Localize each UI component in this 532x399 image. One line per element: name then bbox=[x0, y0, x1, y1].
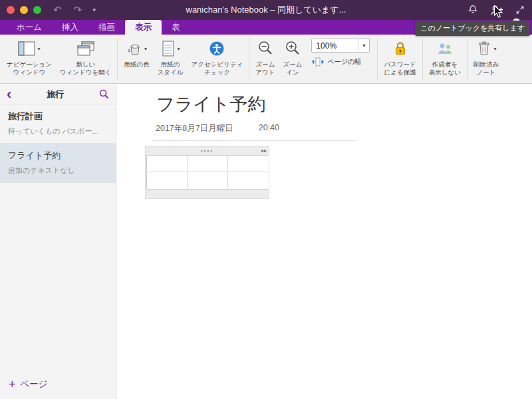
password-protect-button[interactable]: パスワード による保護 bbox=[380, 39, 420, 76]
zoom-level-value: 100% bbox=[312, 41, 358, 51]
page-meta: 2017年8月7日月曜日 20:40 bbox=[152, 123, 356, 141]
plus-icon: + bbox=[9, 380, 16, 389]
embedded-table[interactable]: •••• ◂▸ bbox=[145, 146, 269, 199]
page-list-sidebar: ‹ 旅行 旅行計画 持っていくもの パスポー... フライト予約 追加のテキスト… bbox=[0, 84, 116, 399]
ribbon-toolbar: ▾ ナビゲーション ウィンドウ 新しい ウィンドウを開く ▾ 用紙の色 ▾ 用紙… bbox=[0, 35, 532, 84]
table-drag-handle[interactable]: •••• ◂▸ bbox=[146, 147, 269, 155]
share-tooltip: このノートブックを共有します bbox=[415, 21, 530, 36]
navigation-pane-icon bbox=[18, 41, 35, 56]
section-title: 旅行 bbox=[11, 88, 99, 100]
password-lock-icon bbox=[392, 41, 408, 57]
ribbon-separator bbox=[117, 39, 118, 80]
hide-authors-label: 作成者を 表示しない bbox=[429, 61, 461, 76]
new-window-label: 新しい ウィンドウを開く bbox=[60, 61, 112, 76]
quick-access-caret-icon[interactable]: ▾ bbox=[92, 0, 96, 20]
page-date: 2017年8月7日月曜日 bbox=[156, 123, 233, 134]
zoom-caret-icon[interactable]: ▾ bbox=[358, 39, 369, 52]
zoom-level-select[interactable]: 100% ▾ bbox=[311, 39, 370, 53]
dropdown-caret-icon: ▾ bbox=[494, 46, 497, 52]
page-width-icon bbox=[311, 57, 325, 66]
tab-home[interactable]: ホーム bbox=[7, 20, 52, 35]
dropdown-caret-icon: ▾ bbox=[37, 46, 40, 52]
table-handle-dots-icon: •••• bbox=[201, 149, 213, 153]
search-icon[interactable] bbox=[99, 89, 109, 99]
ribbon-separator bbox=[377, 39, 378, 80]
table-grid bbox=[146, 155, 268, 190]
zoom-group: 100% ▾ ページの幅 bbox=[306, 39, 375, 66]
table-cell[interactable] bbox=[188, 156, 228, 172]
page-style-button[interactable]: ▾ 用紙の スタイル bbox=[154, 39, 188, 76]
zoom-in-label: ズーム イン bbox=[283, 61, 302, 76]
zoom-in-button[interactable]: ズーム イン bbox=[279, 39, 306, 76]
traffic-lights bbox=[0, 6, 41, 14]
page-time: 20:40 bbox=[259, 123, 279, 134]
deleted-notes-button[interactable]: ▾ 削除済み ノート bbox=[469, 39, 503, 76]
page-item-title: フライト予約 bbox=[8, 150, 108, 162]
page-title[interactable]: フライト予約 bbox=[156, 92, 532, 116]
tab-insert[interactable]: 挿入 bbox=[52, 20, 88, 35]
add-page-label: ページ bbox=[21, 378, 48, 390]
minimize-button[interactable] bbox=[20, 6, 28, 14]
page-item-title: 旅行計画 bbox=[8, 110, 108, 122]
undo-icon[interactable]: ↶ bbox=[53, 0, 62, 20]
new-window-icon bbox=[77, 41, 94, 56]
new-window-button[interactable]: 新しい ウィンドウを開く bbox=[56, 39, 116, 76]
fullscreen-icon[interactable] bbox=[515, 5, 525, 15]
tab-draw[interactable]: 描画 bbox=[88, 20, 125, 35]
zoom-in-icon bbox=[285, 41, 301, 57]
page-color-button[interactable]: ▾ 用紙の色 bbox=[120, 39, 153, 68]
page-item-subtitle: 追加のテキストなし bbox=[8, 166, 108, 176]
sidebar-header: ‹ 旅行 bbox=[0, 84, 116, 104]
table-cell[interactable] bbox=[188, 172, 228, 189]
page-style-label: 用紙の スタイル bbox=[158, 61, 184, 76]
page-item-subtitle: 持っていくもの パスポー... bbox=[8, 126, 108, 136]
hide-authors-button[interactable]: 作成者を 表示しない bbox=[425, 39, 465, 76]
ribbon-separator bbox=[467, 39, 467, 80]
accessibility-check-icon bbox=[209, 41, 225, 57]
page-style-icon bbox=[161, 41, 176, 57]
ribbon-separator bbox=[422, 39, 423, 80]
dropdown-caret-icon: ▾ bbox=[144, 46, 147, 52]
accessibility-check-button[interactable]: アクセシビリティ チェック bbox=[188, 39, 247, 76]
accessibility-check-label: アクセシビリティ チェック bbox=[192, 61, 243, 76]
titlebar: ↶ ↷ ▾ wanichan's Notebook – 同期しています... bbox=[0, 0, 532, 20]
table-cell[interactable] bbox=[228, 172, 269, 189]
navigation-pane-label: ナビゲーション ウィンドウ bbox=[7, 61, 52, 76]
add-page-button[interactable]: + ページ bbox=[0, 370, 116, 399]
password-protect-label: パスワード による保護 bbox=[384, 61, 416, 76]
redo-icon[interactable]: ↷ bbox=[74, 0, 82, 20]
tab-table[interactable]: 表 bbox=[162, 20, 190, 35]
ribbon-separator bbox=[249, 39, 249, 80]
tab-view[interactable]: 表示 bbox=[125, 20, 162, 35]
deleted-notes-trash-icon bbox=[476, 41, 492, 57]
page-color-icon bbox=[126, 41, 142, 57]
zoom-out-icon bbox=[257, 41, 273, 57]
zoom-out-button[interactable]: ズーム アウト bbox=[251, 39, 279, 76]
close-button[interactable] bbox=[7, 6, 15, 14]
table-cell[interactable] bbox=[228, 156, 269, 172]
page-editor-canvas[interactable]: フライト予約 2017年8月7日月曜日 20:40 •••• ◂▸ bbox=[117, 84, 532, 399]
notifications-bell-icon[interactable] bbox=[467, 4, 479, 16]
page-item-flight-booking[interactable]: フライト予約 追加のテキストなし bbox=[0, 144, 116, 183]
page-width-button[interactable]: ページの幅 bbox=[311, 57, 370, 66]
page-width-label: ページの幅 bbox=[327, 57, 361, 66]
table-resize-arrows-icon[interactable]: ◂▸ bbox=[261, 148, 267, 154]
table-cell[interactable] bbox=[147, 156, 188, 172]
table-cell[interactable] bbox=[147, 172, 188, 189]
maximize-button[interactable] bbox=[33, 6, 41, 14]
navigation-pane-button[interactable]: ▾ ナビゲーション ウィンドウ bbox=[3, 39, 56, 76]
back-chevron-icon[interactable]: ‹ bbox=[7, 86, 11, 103]
deleted-notes-label: 削除済み ノート bbox=[473, 61, 499, 76]
dropdown-caret-icon: ▾ bbox=[178, 46, 180, 52]
page-item-trip-plan[interactable]: 旅行計画 持っていくもの パスポー... bbox=[0, 104, 116, 144]
zoom-out-label: ズーム アウト bbox=[255, 61, 275, 76]
hide-authors-icon bbox=[436, 41, 454, 57]
page-color-label: 用紙の色 bbox=[124, 61, 149, 68]
share-notebook-icon[interactable] bbox=[489, 4, 504, 16]
